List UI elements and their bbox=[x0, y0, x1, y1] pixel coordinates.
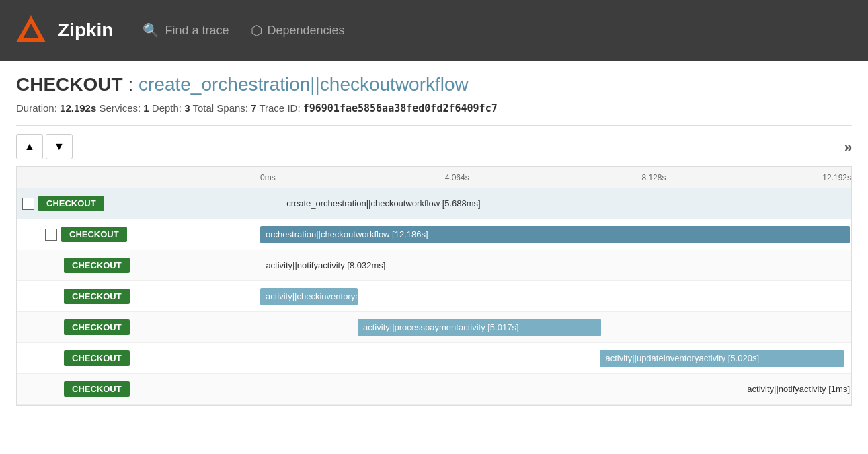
tick-4064s: 4.064s bbox=[445, 173, 469, 182]
collapse-button[interactable]: − bbox=[22, 198, 34, 210]
tick-12192s: 12.192s bbox=[822, 173, 851, 182]
span-bar[interactable] bbox=[260, 257, 271, 274]
tick-0ms: 0ms bbox=[260, 173, 276, 182]
expand-all-button[interactable]: » bbox=[844, 139, 852, 155]
trace-row: CHECKOUTactivity||notifyactivity [1ms] bbox=[17, 374, 851, 405]
trace-row: CHECKOUTactivity||processpaymentactivity… bbox=[17, 312, 851, 343]
trace-row: −CHECKOUTcreate_orchestration||checkoutw… bbox=[17, 188, 851, 219]
scroll-up-button[interactable]: ▲ bbox=[16, 134, 43, 159]
span-cell-span-7: activity||notifyactivity [1ms] bbox=[260, 374, 851, 404]
span-cell-span-2: orchestration||checkoutworkflow [12.186s… bbox=[260, 219, 851, 250]
trace-row: CHECKOUTactivity||updateinventoryactivit… bbox=[17, 343, 851, 374]
label-cell-span-4: CHECKOUT bbox=[17, 281, 260, 311]
logo-area: Zipkin bbox=[13, 13, 113, 48]
span-bar[interactable] bbox=[260, 195, 284, 213]
service-badge[interactable]: CHECKOUT bbox=[64, 289, 130, 304]
spans-container: −CHECKOUTcreate_orchestration||checkoutw… bbox=[17, 188, 851, 405]
page-title: CHECKOUT : create_orchestration||checkou… bbox=[16, 74, 852, 96]
divider bbox=[16, 125, 852, 126]
span-bar[interactable]: activity||processpaymentactivity [5.017s… bbox=[358, 319, 601, 336]
nav-buttons: ▲ ▼ bbox=[16, 134, 73, 159]
span-label-text: activity||notifyactivity [8.032ms] bbox=[263, 257, 385, 274]
span-cell-span-3: activity||notifyactivity [8.032ms] bbox=[260, 250, 851, 280]
service-badge[interactable]: CHECKOUT bbox=[64, 258, 130, 273]
label-cell-span-6: CHECKOUT bbox=[17, 343, 260, 373]
span-bar[interactable]: activity||checkinventoryactivity [2.014s… bbox=[260, 288, 358, 305]
trace-depth: 3 bbox=[184, 102, 190, 114]
service-badge[interactable]: CHECKOUT bbox=[61, 227, 127, 242]
label-cell-span-7: CHECKOUT bbox=[17, 374, 260, 404]
span-bar[interactable]: activity||updateinventoryactivity [5.020… bbox=[600, 350, 843, 367]
span-label-text: create_orchestration||checkoutworkflow [… bbox=[284, 195, 481, 213]
label-cell-span-2: −CHECKOUT bbox=[17, 219, 260, 250]
timeline-label-col bbox=[17, 167, 260, 188]
nav-find-trace-label: Find a trace bbox=[165, 24, 229, 38]
trace-duration: 12.192s bbox=[60, 102, 96, 114]
app-header: Zipkin 🔍 Find a trace ⬡ Dependencies bbox=[0, 0, 868, 61]
trace-row: CHECKOUTactivity||notifyactivity [8.032m… bbox=[17, 250, 851, 281]
trace-service-name: CHECKOUT bbox=[16, 74, 123, 95]
trace-timeline: 0ms 4.064s 8.128s 12.192s −CHECKOUTcreat… bbox=[16, 166, 852, 406]
trace-services: 1 bbox=[143, 102, 149, 114]
zipkin-logo-icon bbox=[13, 13, 48, 48]
span-label-text: activity||notifyactivity [1ms] bbox=[744, 381, 850, 398]
trace-meta: Duration: 12.192s Services: 1 Depth: 3 T… bbox=[16, 102, 852, 114]
controls-row: ▲ ▼ » bbox=[16, 134, 852, 159]
app-title: Zipkin bbox=[58, 20, 113, 41]
service-badge[interactable]: CHECKOUT bbox=[64, 381, 130, 397]
label-cell-span-3: CHECKOUT bbox=[17, 250, 260, 280]
collapse-button[interactable]: − bbox=[45, 229, 57, 241]
main-content: CHECKOUT : create_orchestration||checkou… bbox=[0, 61, 868, 419]
dependencies-icon: ⬡ bbox=[251, 22, 262, 38]
tick-8128s: 8.128s bbox=[641, 173, 666, 182]
scroll-down-button[interactable]: ▼ bbox=[46, 134, 73, 159]
nav-dependencies[interactable]: ⬡ Dependencies bbox=[241, 17, 354, 44]
search-icon: 🔍 bbox=[143, 22, 159, 38]
main-nav: 🔍 Find a trace ⬡ Dependencies bbox=[133, 17, 354, 44]
service-badge[interactable]: CHECKOUT bbox=[64, 350, 130, 366]
service-badge[interactable]: CHECKOUT bbox=[38, 196, 104, 211]
nav-find-trace[interactable]: 🔍 Find a trace bbox=[133, 17, 238, 44]
span-bar[interactable] bbox=[842, 381, 852, 398]
trace-operation-name: create_orchestration||checkoutworkflow bbox=[139, 74, 469, 95]
trace-total-spans: 7 bbox=[251, 102, 256, 114]
span-cell-span-5: activity||processpaymentactivity [5.017s… bbox=[260, 312, 851, 342]
label-cell-span-1: −CHECKOUT bbox=[17, 188, 260, 219]
timeline-header: 0ms 4.064s 8.128s 12.192s bbox=[17, 167, 851, 188]
span-bar[interactable]: orchestration||checkoutworkflow [12.186s… bbox=[260, 226, 850, 243]
trace-id: f96901fae5856aa38fed0fd2f6409fc7 bbox=[303, 102, 498, 114]
span-cell-span-6: activity||updateinventoryactivity [5.020… bbox=[260, 343, 851, 373]
nav-dependencies-label: Dependencies bbox=[268, 24, 345, 38]
service-badge[interactable]: CHECKOUT bbox=[64, 319, 130, 335]
trace-row: CHECKOUTactivity||checkinventoryactivity… bbox=[17, 281, 851, 312]
trace-row: −CHECKOUTorchestration||checkoutworkflow… bbox=[17, 219, 851, 250]
span-cell-span-1: create_orchestration||checkoutworkflow [… bbox=[260, 188, 851, 219]
timeline-ticks: 0ms 4.064s 8.128s 12.192s bbox=[260, 167, 851, 188]
label-cell-span-5: CHECKOUT bbox=[17, 312, 260, 342]
span-cell-span-4: activity||checkinventoryactivity [2.014s… bbox=[260, 281, 851, 311]
